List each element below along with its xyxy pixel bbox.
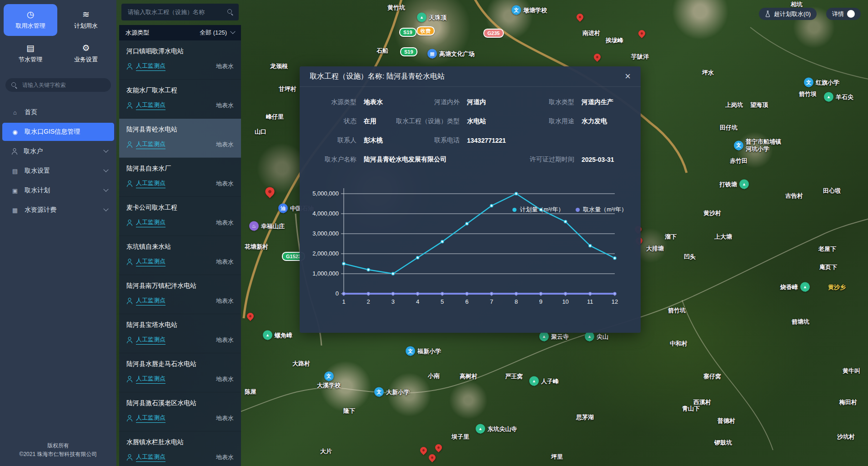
copyright: 版权所有 ©2021 珠海市仁智科技有限公司: [0, 437, 116, 466]
legend-item[interactable]: 计划量（m³/年）: [512, 205, 564, 214]
legend-dot-icon: [512, 208, 517, 212]
card-icon: ▣: [11, 187, 19, 194]
over-plan-button[interactable]: 超计划取水(0): [759, 8, 817, 20]
red-pin-marker[interactable]: [575, 12, 585, 22]
monitor-type-link[interactable]: 人工监测点: [136, 414, 166, 423]
station-list-item[interactable]: 友能水厂取水工程人工监测点地表水: [119, 80, 241, 119]
map-label-mountain[interactable]: ▲尖山: [585, 332, 608, 341]
sidebar-item[interactable]: ▦水资源计费: [2, 201, 114, 219]
map-label-text: 尖山: [597, 333, 608, 340]
station-list-item[interactable]: 陆河县水唇走马石水电站人工监测点地表水: [119, 353, 241, 392]
map-label-plain: 西溪村: [693, 399, 711, 406]
station-list-item[interactable]: 陆河县南万镇杞洋水电站人工监测点地表水: [119, 275, 241, 314]
app-button-notebook[interactable]: ▤节水管理: [4, 38, 57, 70]
sidebar-item[interactable]: ▤取水设置: [2, 162, 114, 180]
filter-dropdown[interactable]: 全部 (125): [200, 29, 235, 37]
monitor-type-link[interactable]: 人工监测点: [136, 179, 166, 188]
map-label-plain: 青山下: [682, 405, 700, 412]
temple-marker-icon: ▲: [539, 332, 549, 341]
map-label-mountain[interactable]: ▲羊石尖: [824, 92, 853, 102]
map-label-text: 红旗小学: [816, 79, 839, 86]
station-list-item[interactable]: 水唇镇水栏肚水电站人工监测点地表水: [119, 431, 241, 466]
close-icon[interactable]: ×: [625, 71, 631, 81]
app-button-gauge[interactable]: ◷取用水管理: [4, 4, 57, 36]
red-pin-marker[interactable]: [427, 453, 437, 462]
sidebar-item[interactable]: 取水户: [2, 142, 114, 160]
filter-label: 水源类型: [125, 29, 149, 37]
station-list-item[interactable]: 陆河县自来水厂人工监测点地表水: [119, 158, 241, 197]
map-label-school[interactable]: 文福新小学: [406, 346, 441, 356]
map-label-plain: 溜下: [665, 233, 677, 241]
svg-text:12: 12: [612, 298, 618, 305]
station-list-item[interactable]: 陆河县激石溪老区水电站人工监测点地表水: [119, 392, 241, 431]
station-list-item[interactable]: 河口镇唱歌潭水电站人工监测点地表水: [119, 40, 241, 80]
mountain-marker-icon: ▲: [824, 92, 833, 102]
red-pin-marker[interactable]: [419, 446, 428, 455]
map-label-school[interactable]: 文大新小学: [374, 387, 410, 397]
app-button-waves[interactable]: ≋计划用水: [59, 4, 113, 36]
monitor-type-link[interactable]: 人工监测点: [136, 375, 166, 384]
svg-text:2,000,000: 2,000,000: [312, 250, 339, 257]
monitor-type-link[interactable]: 人工监测点: [136, 140, 166, 149]
map-label-badge-green[interactable]: S19: [399, 28, 416, 37]
monitor-type-link[interactable]: 人工监测点: [136, 453, 166, 462]
station-search-input[interactable]: [127, 8, 224, 16]
monitor-type-link[interactable]: 人工监测点: [136, 336, 166, 345]
sidebar-search-input[interactable]: [21, 81, 105, 89]
field-label: 状态: [309, 117, 356, 125]
red-pin-marker[interactable]: [434, 443, 443, 452]
map-label-school[interactable]: 文墩塘学校: [512, 5, 547, 15]
map-label-mountain[interactable]: ▲天珠顶: [417, 13, 447, 22]
map-label-school[interactable]: 文普宁市船埔镇 河坑小学: [734, 138, 781, 152]
sidebar-item[interactable]: ▣取水计划: [2, 181, 114, 200]
map-label-plain: 龙颈根: [270, 63, 288, 70]
red-pin-marker[interactable]: [246, 311, 255, 321]
red-pin-marker[interactable]: [263, 185, 276, 198]
app-button-gear[interactable]: ⚙业务设置: [59, 38, 113, 70]
map-label-mountain[interactable]: ▲螺角嶂: [263, 331, 292, 340]
monitor-type-link[interactable]: 人工监测点: [136, 62, 166, 71]
sidebar-item[interactable]: ⌂首页: [2, 103, 114, 121]
red-pin-marker[interactable]: [592, 52, 602, 62]
sidebar-item[interactable]: ◉取水口GIS信息管理: [2, 123, 114, 141]
station-list-item[interactable]: 陆河县宝塔水电站人工监测点地表水: [119, 314, 241, 353]
home-icon: ⌂: [11, 109, 19, 116]
station-list-item[interactable]: 陆河县青砼水电站人工监测点地表水: [119, 119, 241, 158]
road-badge: S19: [399, 28, 416, 37]
station-sub-row: 人工监测点地表水: [126, 62, 234, 71]
school-marker-icon: 文: [804, 78, 813, 87]
map-label-badge-red[interactable]: G235: [483, 29, 504, 38]
detail-toggle[interactable]: 详情: [826, 8, 861, 20]
red-pin-marker[interactable]: [637, 29, 647, 38]
map-label-badge-green[interactable]: S19: [400, 47, 417, 56]
map-label-resort[interactable]: ♨幸福山庄: [249, 221, 285, 231]
svg-text:6: 6: [465, 298, 468, 305]
map-label-plain: 箭塘坑: [792, 318, 809, 326]
map-label-mountain[interactable]: 烧香嶂▲: [780, 282, 810, 292]
svg-text:11: 11: [587, 298, 593, 305]
map-label-temple[interactable]: ▲聚云寺: [539, 332, 569, 341]
chevron-down-icon: [103, 187, 108, 192]
map-label-mountain[interactable]: 打铁塘▲: [719, 180, 749, 189]
map-label-mountain[interactable]: ▲人子峰: [529, 376, 559, 386]
map-label-school[interactable]: 文大溪学校: [317, 371, 341, 389]
monitor-type-link[interactable]: 人工监测点: [136, 101, 166, 110]
monitor-type-link[interactable]: 人工监测点: [136, 257, 166, 266]
map-label-text: 墩塘学校: [523, 6, 547, 14]
svg-text:1: 1: [342, 298, 345, 305]
map-label-badge-orange[interactable]: 收费: [416, 26, 435, 35]
sidebar-search[interactable]: [5, 78, 111, 92]
station-list-item[interactable]: 麦卡公司取水工程人工监测点地表水: [119, 197, 241, 236]
station-list-item[interactable]: 东坑镇自来水站人工监测点地表水: [119, 236, 241, 275]
field-label: 许可证过期时间: [467, 155, 574, 164]
map-label-school[interactable]: 文红旗小学: [804, 78, 839, 87]
toggle-switch[interactable]: [847, 10, 855, 18]
field-value: 13432771221: [467, 137, 535, 144]
gas-marker-icon: 油: [278, 204, 288, 213]
map-label-temple[interactable]: ▲东坑尖山寺: [476, 424, 517, 434]
station-search[interactable]: [121, 4, 239, 20]
map-label-building[interactable]: ▦高塘文化广场: [427, 49, 475, 59]
monitor-type-link[interactable]: 人工监测点: [136, 218, 166, 227]
monitor-type-link[interactable]: 人工监测点: [136, 296, 166, 306]
legend-item[interactable]: 取水量（m³/年）: [576, 205, 627, 214]
